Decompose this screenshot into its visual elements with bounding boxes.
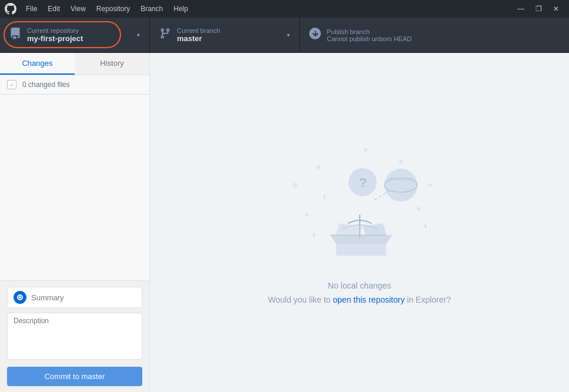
no-changes-illustration: ? <box>272 138 448 267</box>
repo-icon <box>9 28 21 42</box>
menu-help[interactable]: Help <box>169 2 193 15</box>
svg-point-3 <box>399 160 403 163</box>
menu-repository[interactable]: Repository <box>92 2 135 15</box>
content-area: ? No local changes Would you like to ope… <box>150 53 569 392</box>
menu-branch[interactable]: Branch <box>136 2 168 15</box>
no-changes-suffix: in Explorer? <box>404 295 451 304</box>
changed-files-count: 0 changed files <box>22 81 70 89</box>
main-area: Changes History 0 changed files <box>0 53 569 392</box>
changed-files-bar: 0 changed files <box>0 75 149 95</box>
description-textarea[interactable] <box>7 313 142 360</box>
sidebar-tabs: Changes History <box>0 53 149 75</box>
svg-point-1 <box>19 296 21 299</box>
branch-icon <box>159 28 171 42</box>
no-changes-line2: Would you like to open this repository i… <box>268 293 451 307</box>
branch-label-bottom: master <box>177 34 220 43</box>
tab-history[interactable]: History <box>75 53 149 75</box>
branch-labels: Current branch master <box>177 27 220 43</box>
repo-labels: Current repository my-first-project <box>27 27 83 43</box>
title-bar: File Edit View Repository Branch Help — … <box>0 0 569 18</box>
commit-summary-row <box>7 287 142 308</box>
branch-dropdown-icon: ▾ <box>287 32 290 38</box>
github-logo-icon <box>5 3 16 15</box>
svg-point-6 <box>364 148 367 152</box>
commit-icon <box>14 291 26 304</box>
menu-view[interactable]: View <box>66 2 91 15</box>
close-button[interactable]: ✕ <box>548 1 564 17</box>
menu-edit[interactable]: Edit <box>43 2 65 15</box>
publish-label-top: Publish branch <box>327 28 411 35</box>
title-bar-left: File Edit View Repository Branch Help <box>5 2 193 15</box>
file-list <box>0 95 149 280</box>
svg-point-7 <box>293 183 297 187</box>
publish-icon <box>309 28 321 42</box>
tab-changes[interactable]: Changes <box>0 53 75 75</box>
svg-point-5 <box>417 207 420 210</box>
window-controls: — ❐ ✕ <box>513 1 564 17</box>
open-repo-link[interactable]: open this repository <box>333 295 404 304</box>
commit-area: Commit to master <box>0 280 149 392</box>
no-changes-text: No local changes Would you like to open … <box>268 279 451 307</box>
commit-button[interactable]: Commit to master <box>7 367 142 386</box>
no-changes-prefix: Would you like to <box>268 295 333 304</box>
current-branch-section[interactable]: Current branch master ▾ <box>150 18 300 52</box>
svg-point-2 <box>317 166 320 169</box>
menu-bar: File Edit View Repository Branch Help <box>21 2 193 15</box>
repo-label-bottom: my-first-project <box>27 34 83 43</box>
svg-point-4 <box>305 213 309 216</box>
publish-labels: Publish branch Cannot publish unborn HEA… <box>327 28 411 42</box>
publish-label-bottom: Cannot publish unborn HEAD <box>327 35 411 42</box>
toolbar: Current repository my-first-project ▾ Cu… <box>0 18 569 53</box>
publish-branch-section[interactable]: Publish branch Cannot publish unborn HEA… <box>300 18 569 52</box>
repo-dropdown-icon: ▾ <box>137 32 140 38</box>
no-changes-line1: No local changes <box>268 279 451 293</box>
current-repo-section[interactable]: Current repository my-first-project ▾ <box>0 18 150 52</box>
svg-point-8 <box>429 183 432 187</box>
svg-text:?: ? <box>359 175 367 190</box>
select-all-checkbox[interactable] <box>7 80 16 89</box>
maximize-button[interactable]: ❐ <box>530 1 547 17</box>
svg-point-9 <box>384 169 417 202</box>
repo-label-top: Current repository <box>27 27 83 34</box>
branch-label-top: Current branch <box>177 27 220 34</box>
summary-input[interactable] <box>31 293 136 302</box>
minimize-button[interactable]: — <box>513 1 529 17</box>
sidebar: Changes History 0 changed files <box>0 53 150 392</box>
menu-file[interactable]: File <box>21 2 42 15</box>
